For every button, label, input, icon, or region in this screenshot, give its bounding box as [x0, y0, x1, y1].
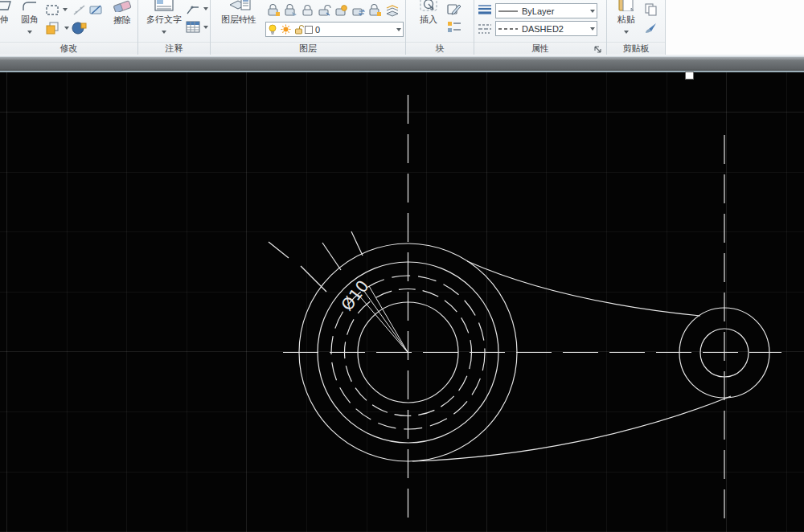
leader-button[interactable] — [185, 2, 201, 18]
properties-dialog-launcher[interactable] — [593, 43, 603, 53]
layer-thaw-sun-icon[interactable] — [281, 24, 291, 35]
mtext-button[interactable]: 多行文字 — [143, 0, 185, 35]
layer-freeze-icon[interactable] — [334, 4, 348, 17]
paste-dropdown-chevron[interactable] — [624, 31, 629, 34]
erase-button[interactable]: 擦除 — [108, 0, 137, 27]
linetype-sample — [498, 27, 519, 31]
fillet-dropdown-chevron[interactable] — [27, 31, 32, 34]
measure-button[interactable] — [72, 4, 87, 19]
lineweight-list-icon — [477, 3, 493, 17]
copy-dropdown-chevron[interactable] — [64, 27, 69, 30]
lineweight-combo-chevron[interactable] — [590, 10, 595, 13]
copy-objects-icon — [45, 21, 61, 35]
linetype-combo-chevron[interactable] — [590, 27, 595, 31]
ribbon-panel-layers: 图层特性 0 图层 — [211, 0, 406, 55]
layer-unlocked-icon[interactable] — [294, 24, 304, 35]
fillet-icon — [21, 0, 39, 11]
layer-select-combo[interactable]: 0 — [265, 22, 404, 37]
insert-label: 插入 — [414, 14, 443, 26]
lineweight-list-button[interactable] — [477, 3, 493, 20]
ribbon: 伸 圆角 — [0, 0, 804, 56]
layer-unlock-icon[interactable] — [318, 4, 331, 17]
radial-construction-line[interactable] — [322, 243, 341, 270]
leader-arrow-line[interactable] — [369, 286, 408, 353]
table-dropdown-chevron[interactable] — [203, 26, 208, 29]
rectangle-array-icon — [45, 4, 61, 16]
linetype-list-button[interactable] — [477, 23, 493, 39]
tangent-arc[interactable] — [467, 261, 700, 316]
paste-label: 粘贴 — [612, 14, 641, 26]
group-button[interactable] — [71, 21, 88, 38]
viewport-grip-marker[interactable] — [685, 72, 694, 80]
layer-color-swatch[interactable] — [305, 26, 313, 34]
radial-construction-line[interactable] — [269, 242, 289, 258]
layer-combo-chevron[interactable] — [396, 28, 401, 31]
linetype-combo[interactable]: DASHED2 — [495, 21, 597, 36]
layer-properties-label: 图层特性 — [217, 14, 260, 26]
layer-match-icon[interactable] — [351, 4, 365, 17]
ribbon-panel-properties: ByLayer DASHED2 属性 — [474, 0, 607, 55]
copy-clip-button[interactable] — [644, 2, 658, 19]
divide-button[interactable] — [88, 3, 105, 19]
array-dropdown-chevron[interactable] — [63, 8, 68, 11]
match-properties-brush-icon — [644, 22, 658, 35]
mtext-label: 多行文字 — [143, 14, 185, 26]
mtext-icon — [154, 0, 174, 11]
ribbon-panel-modify: 伸 圆角 — [0, 0, 138, 55]
fillet-button[interactable]: 圆角 — [14, 0, 45, 35]
measure-icon — [72, 4, 87, 16]
ribbon-panel-clipboard: 粘贴 剪贴板 — [607, 0, 666, 55]
ribbon-panel-block: 插入 块 — [406, 0, 474, 55]
table-button[interactable] — [185, 20, 201, 37]
panel-label-clipboard[interactable]: 剪贴板 — [607, 42, 665, 54]
table-icon — [185, 20, 201, 34]
lineweight-value: ByLayer — [519, 6, 590, 16]
leader-icon — [185, 2, 201, 15]
leader-arrow-line[interactable] — [363, 290, 408, 353]
panel-label-modify[interactable]: 修改 — [0, 42, 137, 54]
leader-arrow-line[interactable] — [359, 295, 408, 353]
file-tab-strip[interactable] — [0, 56, 804, 72]
block-edit-icon — [446, 2, 462, 15]
copy-clip-icon — [644, 2, 658, 16]
match-properties-button[interactable] — [644, 22, 658, 38]
insert-icon — [419, 0, 438, 11]
linetype-value: DASHED2 — [519, 24, 590, 34]
stretch-icon — [0, 0, 12, 11]
layer-isolate-icon[interactable] — [284, 4, 297, 17]
drawing-svg[interactable]: Ø10 — [0, 72, 804, 532]
erase-label: 擦除 — [108, 14, 137, 27]
copy-objects-button[interactable] — [45, 21, 61, 38]
layer-lock-icon[interactable] — [301, 4, 314, 17]
app-window: 伸 圆角 — [0, 0, 804, 532]
block-attributes-button[interactable] — [446, 20, 462, 37]
panel-label-properties[interactable]: 属性 — [474, 42, 606, 54]
lineweight-combo[interactable]: ByLayer — [495, 3, 597, 18]
leader-dropdown-chevron[interactable] — [203, 7, 208, 10]
lineweight-sample — [498, 9, 519, 14]
rectangle-array-button[interactable] — [45, 4, 61, 19]
layer-on-bulb-icon[interactable] — [268, 24, 277, 35]
layer-properties-button[interactable]: 图层特性 — [217, 0, 260, 26]
stretch-label: 伸 — [0, 14, 14, 26]
panel-label-layers[interactable]: 图层 — [211, 42, 405, 54]
mtext-dropdown-chevron[interactable] — [162, 31, 166, 34]
layer-combo-value: 0 — [315, 25, 396, 35]
tangent-arc[interactable] — [412, 396, 731, 461]
block-attributes-icon — [446, 20, 462, 34]
block-edit-button[interactable] — [446, 2, 462, 18]
radial-construction-line[interactable] — [301, 266, 326, 292]
insert-button[interactable]: 插入 — [414, 0, 443, 26]
layer-previous-icon[interactable] — [368, 4, 382, 17]
layer-tools-row — [267, 4, 402, 17]
layer-off-icon[interactable] — [267, 4, 281, 17]
group-icon — [71, 21, 88, 35]
ribbon-blank-area — [666, 0, 804, 55]
fillet-label: 圆角 — [14, 14, 45, 26]
panel-label-block[interactable]: 块 — [406, 42, 474, 54]
stretch-button[interactable]: 伸 — [0, 0, 14, 26]
paste-button[interactable]: 粘贴 — [612, 0, 641, 35]
radial-construction-line[interactable] — [351, 231, 363, 256]
panel-label-annotate[interactable]: 注释 — [138, 42, 210, 54]
layer-merge-icon[interactable] — [385, 4, 399, 17]
